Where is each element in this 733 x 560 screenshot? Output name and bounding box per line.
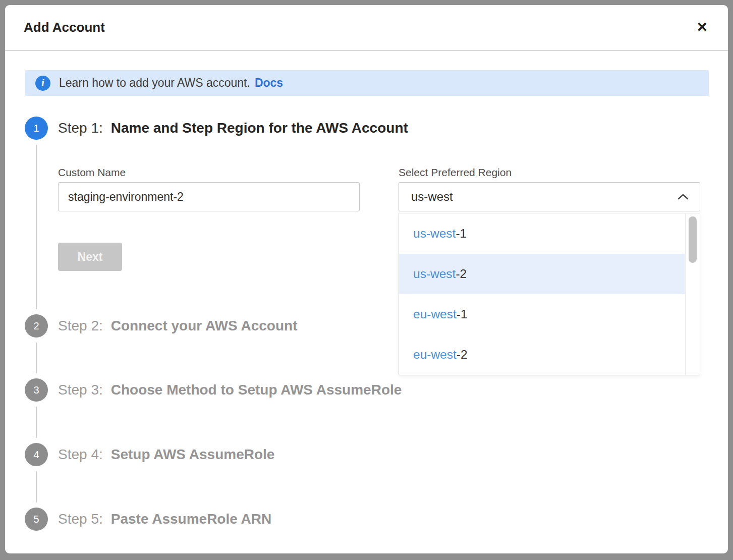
- dropdown-scrollbar-thumb[interactable]: [689, 216, 697, 263]
- step-connector: [36, 343, 37, 373]
- step-1-prefix: Step 1:: [58, 120, 103, 137]
- step-3-title: Choose Method to Setup AWS AssumeRole: [111, 381, 402, 399]
- step-4-title: Setup AWS AssumeRole: [111, 446, 275, 463]
- step-5-circle: 5: [25, 508, 48, 531]
- step-connector: [36, 407, 37, 438]
- region-option-us-west-2[interactable]: us-west-2: [399, 254, 700, 294]
- next-button[interactable]: Next: [58, 243, 122, 271]
- docs-link[interactable]: Docs: [255, 76, 283, 90]
- dropdown-scrollbar-track: [685, 213, 700, 375]
- step-5-prefix: Step 5:: [58, 511, 103, 528]
- step-1-circle: 1: [25, 117, 48, 140]
- step-4-header: Step 4: Setup AWS AssumeRole: [58, 446, 274, 463]
- banner-text: Learn how to add your AWS account.: [59, 76, 250, 90]
- info-banner: i Learn how to add your AWS account. Doc…: [25, 70, 709, 96]
- step-1-title: Name and Step Region for the AWS Account: [111, 120, 408, 137]
- option-suffix-text: -1: [456, 227, 467, 241]
- custom-name-label: Custom Name: [58, 166, 126, 179]
- close-icon[interactable]: ✕: [696, 21, 708, 34]
- region-select[interactable]: us-west: [399, 182, 700, 211]
- step-3-prefix: Step 3:: [58, 381, 103, 399]
- step-2-header: Step 2: Connect your AWS Account: [58, 317, 297, 334]
- region-option-eu-west-2[interactable]: eu-west-2: [399, 334, 700, 375]
- region-option-eu-west-1[interactable]: eu-west-1: [399, 294, 700, 334]
- chevron-up-icon[interactable]: [678, 194, 689, 200]
- step-connector: [36, 471, 37, 502]
- step-3-circle: 3: [25, 378, 48, 402]
- custom-name-input[interactable]: [58, 182, 360, 211]
- region-dropdown: us-west-1 us-west-2 eu-west-1 eu-west-2: [399, 213, 700, 375]
- region-label: Select Preferred Region: [399, 166, 512, 179]
- option-match-text: us-west: [413, 267, 456, 281]
- modal-header: Add Account ✕: [5, 5, 728, 51]
- add-account-modal: Add Account ✕ i Learn how to add your AW…: [5, 5, 728, 553]
- step-3-header: Step 3: Choose Method to Setup AWS Assum…: [58, 381, 402, 399]
- step-5-title: Paste AssumeRole ARN: [111, 511, 271, 528]
- region-option-us-west-1[interactable]: us-west-1: [399, 213, 700, 254]
- step-2-prefix: Step 2:: [58, 317, 103, 334]
- option-suffix-text: -2: [456, 267, 467, 281]
- step-4-prefix: Step 4:: [58, 446, 103, 463]
- step-4-circle: 4: [25, 443, 48, 466]
- option-suffix-text: -2: [457, 348, 468, 362]
- page-title: Add Account: [24, 20, 105, 35]
- step-2-title: Connect your AWS Account: [111, 317, 298, 334]
- step-connector: [36, 145, 37, 309]
- step-5-header: Step 5: Paste AssumeRole ARN: [58, 511, 271, 528]
- option-match-text: us-west: [413, 227, 456, 241]
- step-1-header: Step 1: Name and Step Region for the AWS…: [58, 120, 408, 137]
- step-2-circle: 2: [25, 314, 48, 338]
- region-select-value: us-west: [411, 190, 453, 204]
- option-match-text: eu-west: [413, 348, 457, 362]
- info-icon: i: [35, 76, 50, 91]
- option-suffix-text: -1: [457, 307, 468, 321]
- option-match-text: eu-west: [413, 307, 457, 321]
